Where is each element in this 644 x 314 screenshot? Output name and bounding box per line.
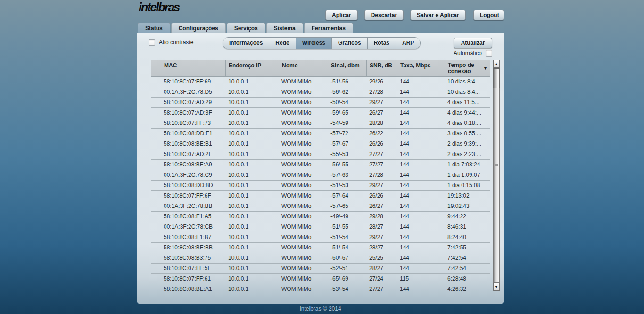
scrollbar-track[interactable] (493, 68, 500, 283)
ip-cell: 10.0.0.1 (225, 201, 279, 211)
tempo-cell: 4 dias 11:5... (445, 98, 490, 107)
taxa-cell: 144 (397, 253, 445, 263)
tempo-cell: 8:24:40 (445, 232, 490, 242)
header-mac[interactable]: MAC (161, 60, 226, 76)
scrollbar-thumb[interactable] (493, 68, 500, 88)
row-select-cell (151, 284, 161, 291)
mac-cell: 58:10:8C:07:AD:29 (161, 98, 225, 107)
row-select-cell (151, 201, 161, 211)
row-select-cell (151, 212, 161, 222)
nome-cell: WOM MiMo (279, 139, 328, 149)
status-subtab[interactable]: Gráficos (332, 38, 368, 49)
ip-cell: 10.0.0.1 (225, 274, 279, 284)
table-row: 58:10:8C:08:E1:B7 10.0.0.1 WOM MiMo -51/… (151, 232, 490, 243)
taxa-cell: 144 (397, 87, 445, 97)
status-subtab[interactable]: ARP (396, 38, 420, 49)
main-tab[interactable]: Configurações (171, 23, 226, 33)
main-tab[interactable]: Serviços (227, 23, 265, 33)
ip-cell: 10.0.0.1 (225, 212, 279, 222)
table-row: 58:10:8C:08:B3:75 10.0.0.1 WOM MiMo -60/… (151, 253, 490, 264)
descartar-button[interactable]: Descartar (364, 10, 404, 20)
nome-cell: WOM MiMo (279, 87, 328, 97)
snr-cell: 28/27 (366, 264, 397, 273)
header-snr[interactable]: SNR, dB (367, 60, 397, 76)
tempo-cell: 10 dias 8:4... (445, 87, 490, 97)
sinal-cell: -51/-54 (328, 232, 366, 242)
scrollbar-up-icon[interactable]: ▲ (493, 60, 500, 68)
taxa-cell: 144 (397, 77, 445, 87)
header-taxa[interactable]: Taxa, Mbps (397, 60, 445, 76)
row-select-cell (151, 191, 161, 201)
header-nome[interactable]: Nome (279, 60, 328, 76)
snr-cell: 26/22 (366, 129, 397, 139)
taxa-cell: 144 (397, 212, 445, 222)
table-row: 58:10:8C:07:FF:6F 10.0.0.1 WOM MiMo -57/… (151, 191, 490, 201)
snr-cell: 28/28 (366, 118, 397, 128)
header-endereco-ip[interactable]: Endereço IP (226, 60, 279, 76)
snr-cell: 27/28 (366, 87, 397, 97)
mac-cell: 58:10:8C:08:B3:75 (161, 253, 225, 263)
logout-button[interactable]: Logout (473, 10, 504, 20)
scrollbar-down-icon[interactable]: ▼ (493, 283, 500, 291)
row-select-cell (151, 264, 161, 273)
taxa-cell: 144 (397, 149, 445, 159)
snr-cell: 28/27 (366, 222, 397, 232)
row-select-cell (151, 77, 161, 87)
ip-cell: 10.0.0.1 (225, 181, 279, 190)
mac-cell: 58:10:8C:07:AD:3F (161, 108, 225, 118)
sinal-cell: -49/-49 (328, 212, 366, 222)
tempo-cell: 4 dias 9:44:... (445, 108, 490, 118)
main-tab[interactable]: Ferramentas (304, 23, 353, 33)
taxa-cell: 144 (397, 118, 445, 128)
header-tempo-de-conexao[interactable]: Tempo de conexão ▼ (445, 60, 490, 76)
main-panel: Alto contraste Informações Rede Wireless… (137, 33, 504, 304)
main-tab[interactable]: Status (138, 23, 170, 33)
alto-contraste-checkbox[interactable] (149, 39, 155, 46)
table-row: 58:10:8C:08:DD:8D 10.0.0.1 WOM MiMo -51/… (151, 181, 490, 191)
taxa-cell: 144 (397, 108, 445, 118)
wireless-clients-table: MAC Endereço IP Nome Sinal, dbm SNR, dB … (151, 60, 490, 291)
snr-cell: 26/26 (366, 191, 397, 201)
atualizar-button[interactable]: Atualizar (454, 38, 492, 48)
status-subtab[interactable]: Rotas (368, 38, 396, 49)
mac-cell: 58:10:8C:07:FF:61 (161, 274, 225, 284)
taxa-cell: 115 (397, 274, 445, 284)
nome-cell: WOM MiMo (279, 98, 328, 107)
status-subtab[interactable]: Wireless (296, 38, 332, 49)
ip-cell: 10.0.0.1 (225, 149, 279, 159)
tempo-cell: 2 dias 9:39:... (445, 139, 490, 149)
nome-cell: WOM MiMo (279, 264, 328, 273)
sinal-cell: -57/-72 (328, 129, 366, 139)
row-select-cell (151, 118, 161, 128)
table-row: 58:10:8C:08:BE:A1 10.0.0.1 WOM MiMo -53/… (151, 284, 490, 291)
nome-cell: WOM MiMo (279, 160, 328, 170)
intelbras-logo: intelbras (139, 0, 179, 14)
table-row: 58:10:8C:08:E1:A5 10.0.0.1 WOM MiMo -49/… (151, 212, 490, 222)
mac-cell: 00:1A:3F:2C:78:CB (161, 222, 225, 232)
nome-cell: WOM MiMo (279, 118, 328, 128)
status-subtab[interactable]: Informações (223, 38, 269, 49)
row-select-cell (151, 87, 161, 97)
salvar-e-aplicar-button[interactable]: Salvar e Aplicar (410, 10, 466, 20)
sinal-cell: -53/-54 (328, 284, 366, 291)
table-row: 58:10:8C:08:BE:A9 10.0.0.1 WOM MiMo -56/… (151, 160, 490, 170)
table-header-row: MAC Endereço IP Nome Sinal, dbm SNR, dB … (151, 60, 490, 77)
taxa-cell: 144 (397, 284, 445, 291)
row-select-cell (151, 222, 161, 232)
table-row: 58:10:8C:07:FF:5F 10.0.0.1 WOM MiMo -52/… (151, 264, 490, 274)
ip-cell: 10.0.0.1 (225, 139, 279, 149)
automatico-checkbox[interactable] (486, 50, 492, 57)
header-sinal[interactable]: Sinal, dbm (328, 60, 367, 76)
aplicar-button[interactable]: Aplicar (325, 10, 358, 20)
main-tab[interactable]: Sistema (266, 23, 303, 33)
mac-cell: 58:10:8C:08:BE:A9 (161, 160, 225, 170)
table-row: 00:1A:3F:2C:78:D5 10.0.0.1 WOM MiMo -56/… (151, 87, 490, 98)
snr-cell: 25/25 (366, 253, 397, 263)
tempo-cell: 4:26:32 (445, 284, 490, 291)
ip-cell: 10.0.0.1 (225, 160, 279, 170)
page-background: { "brand": { "logo": "intelbras", "foote… (0, 0, 644, 314)
ip-cell: 10.0.0.1 (225, 222, 279, 232)
automatico-label: Automático (454, 50, 482, 57)
mac-cell: 58:10:8C:08:DD:F1 (161, 129, 225, 139)
status-subtab[interactable]: Rede (269, 38, 296, 49)
